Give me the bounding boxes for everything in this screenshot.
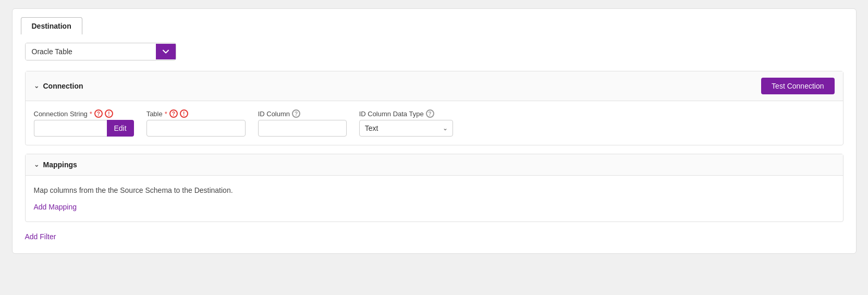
mappings-toggle-icon[interactable]: ⌄	[34, 161, 39, 168]
connection-section-body: Connection String * ? ! Edit	[26, 101, 843, 145]
chevron-down-icon	[162, 48, 169, 55]
table-required-icon[interactable]: ?	[169, 109, 178, 118]
destination-tab: Destination	[21, 17, 82, 34]
connection-section: ⌄ Connection Test Connection Connection …	[25, 71, 843, 145]
connection-string-required: *	[90, 110, 92, 118]
mappings-section-header: ⌄ Mappings	[26, 154, 843, 176]
table-label: Table * ? !	[146, 109, 246, 118]
oracle-table-dropdown[interactable]: Oracle Table	[25, 43, 176, 60]
add-filter-button[interactable]: Add Filter	[25, 232, 56, 241]
id-column-group: ID Column ?	[258, 109, 347, 137]
connection-string-input[interactable]	[34, 120, 107, 137]
connection-string-required-icon[interactable]: ?	[94, 109, 103, 118]
mappings-section-title: ⌄ Mappings	[34, 161, 77, 169]
oracle-dropdown-row: Oracle Table	[25, 43, 843, 60]
table-required: *	[165, 110, 167, 118]
mappings-section: ⌄ Mappings Map columns from the the Sour…	[25, 154, 843, 222]
oracle-table-dropdown-button[interactable]	[156, 44, 176, 59]
connection-section-title: ⌄ Connection	[34, 82, 83, 90]
id-column-input[interactable]	[258, 120, 347, 137]
connection-section-header: ⌄ Connection Test Connection	[26, 71, 843, 101]
oracle-table-label: Oracle Table	[26, 43, 156, 60]
connection-string-input-wrap: Edit	[34, 120, 134, 137]
id-column-help-icon[interactable]: ?	[292, 109, 300, 118]
table-group: Table * ? !	[146, 109, 246, 137]
table-input[interactable]	[146, 120, 246, 137]
connection-string-group: Connection String * ? ! Edit	[34, 109, 134, 137]
id-column-label: ID Column ?	[258, 109, 347, 118]
connection-string-edit-button[interactable]: Edit	[107, 120, 134, 137]
connection-fields-row: Connection String * ? ! Edit	[34, 109, 835, 137]
add-mapping-button[interactable]: Add Mapping	[34, 203, 77, 211]
main-card: Destination Oracle Table ⌄ Connection T	[12, 8, 857, 254]
id-column-data-type-select[interactable]: Text Number Date	[359, 120, 453, 137]
mappings-section-body: Map columns from the the Source Schema t…	[26, 176, 843, 222]
table-info-icon[interactable]: !	[180, 109, 188, 118]
id-column-data-type-select-wrap: Text Number Date ⌄	[359, 120, 453, 137]
mappings-description: Map columns from the the Source Schema t…	[34, 186, 835, 194]
id-column-data-type-group: ID Column Data Type ? Text Number Date ⌄	[359, 109, 453, 137]
connection-string-label: Connection String * ? !	[34, 109, 134, 118]
connection-string-info-icon[interactable]: !	[105, 109, 113, 118]
connection-toggle-icon[interactable]: ⌄	[34, 82, 39, 90]
id-column-data-type-help-icon[interactable]: ?	[426, 109, 434, 118]
id-column-data-type-label: ID Column Data Type ?	[359, 109, 453, 118]
test-connection-button[interactable]: Test Connection	[761, 78, 834, 94]
